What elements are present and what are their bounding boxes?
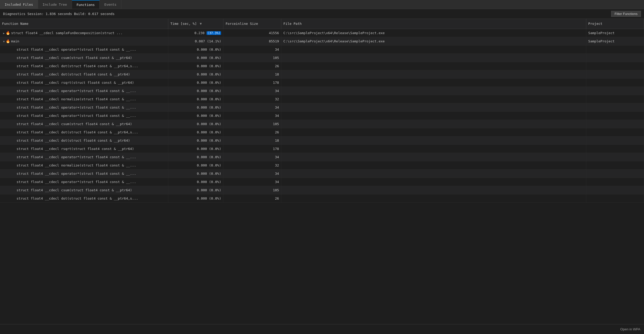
table-row[interactable]: struct float4 __cdecl dot(struct float4 … [0, 136, 644, 145]
table-row[interactable]: struct float4 __cdecl dot(struct float4 … [0, 194, 644, 202]
time-pct: (0.0%) [209, 81, 221, 85]
cell-name: struct float4 __cdecl dot(struct float4 … [0, 128, 168, 136]
cell-project [586, 186, 644, 194]
cell-name: struct float4 __cdecl operator*(struct f… [0, 178, 168, 186]
cell-force: 32 [223, 161, 281, 169]
cell-time: 0.000 (0.0%) [168, 194, 223, 202]
table-row[interactable]: struct float4 __cdecl operator+(struct f… [0, 103, 644, 111]
function-name: struct float4 __cdecl dot(struct float4 … [17, 130, 138, 134]
cell-force: 34 [223, 103, 281, 111]
cell-name: struct float4 __cdecl dot(struct float4 … [0, 62, 168, 70]
table-row[interactable]: struct float4 __cdecl csum(struct float4… [0, 186, 644, 194]
table-row[interactable]: struct float4 __cdecl csum(struct float4… [0, 54, 644, 62]
time-value: 0.087 [195, 39, 207, 43]
cell-force: 85519 [223, 37, 281, 45]
time-pct: (0.0%) [209, 72, 221, 76]
cell-name: struct float4 __cdecl dot(struct float4 … [0, 70, 168, 78]
cell-project [586, 87, 644, 95]
time-value: 0.000 [197, 56, 209, 60]
cell-force: 178 [223, 145, 281, 153]
col-header-time[interactable]: Time [sec, %] ▼ [168, 19, 223, 29]
cell-path [281, 95, 586, 103]
cell-path [281, 145, 586, 153]
cell-time: 0.000 (0.0%) [168, 62, 223, 70]
table-row[interactable]: struct float4 __cdecl dot(struct float4 … [0, 70, 644, 78]
time-pct: (0.0%) [209, 105, 221, 109]
cell-project [586, 136, 644, 145]
cell-time: 0.000 (0.0%) [168, 54, 223, 62]
time-pct: (14.1%) [207, 39, 221, 43]
time-value: 0.000 [197, 163, 209, 167]
table-row[interactable]: struct float4 __cdecl operator*(struct f… [0, 87, 644, 95]
table-row[interactable]: struct float4 __cdecl dot(struct float4 … [0, 62, 644, 70]
cell-force: 34 [223, 45, 281, 54]
cell-time: 0.000 (0.0%) [168, 70, 223, 78]
table-row[interactable]: struct float4 __cdecl operator*(struct f… [0, 111, 644, 120]
cell-name: struct float4 __cdecl operator*(struct f… [0, 169, 168, 178]
table-row[interactable]: struct float4 __cdecl operator*(struct f… [0, 169, 644, 178]
cell-path: C:\src\SampleProject\x64\Release\SampleP… [281, 29, 586, 37]
table-row[interactable]: struct float4 __cdecl normalize(struct f… [0, 95, 644, 103]
cell-name: ▼🔥main [0, 37, 168, 45]
time-value: 0.000 [197, 48, 209, 51]
bottom-bar: Open in WPA [0, 324, 644, 334]
cell-name: struct float4 __cdecl rsqrt(struct float… [0, 145, 168, 153]
fire-icon: 🔥 [6, 39, 10, 43]
cell-force: 105 [223, 54, 281, 62]
table-row[interactable]: struct float4 __cdecl rsqrt(struct float… [0, 78, 644, 87]
table-row[interactable]: struct float4 __cdecl normalize(struct f… [0, 161, 644, 169]
cell-time: 0.000 (0.0%) [168, 95, 223, 103]
cell-name: struct float4 __cdecl operator*(struct f… [0, 111, 168, 120]
cell-project [586, 95, 644, 103]
time-value: 0.000 [197, 188, 209, 192]
time-pct: (0.0%) [209, 56, 221, 60]
tab-include-tree[interactable]: Include Tree [38, 0, 72, 9]
cell-path [281, 186, 586, 194]
cell-project [586, 161, 644, 169]
table-row[interactable]: struct float4 __cdecl operator*(struct f… [0, 45, 644, 54]
expand-icon[interactable]: ▼ [2, 40, 6, 43]
cell-time: 0.000 (0.0%) [168, 128, 223, 136]
filter-functions-button[interactable]: Filter Functions [611, 11, 641, 17]
tab-events[interactable]: Events [100, 0, 121, 9]
function-name: struct float4 __cdecl sampleFunDecomposi… [11, 31, 122, 35]
cell-project [586, 111, 644, 120]
cell-path [281, 161, 586, 169]
time-value: 0.000 [197, 81, 209, 85]
cell-path: C:\src\SampleProject\x64\Release\SampleP… [281, 37, 586, 45]
table-row[interactable]: struct float4 __cdecl operator*(struct f… [0, 178, 644, 186]
table-row[interactable]: struct float4 __cdecl operator*(struct f… [0, 153, 644, 161]
time-value: 0.000 [197, 105, 209, 109]
function-name: struct float4 __cdecl operator*(struct f… [17, 114, 136, 118]
cell-force: 105 [223, 120, 281, 128]
cell-project [586, 45, 644, 54]
open-wpa-button[interactable]: Open in WPA [620, 327, 640, 331]
cell-path [281, 120, 586, 128]
function-name: struct float4 __cdecl rsqrt(struct float… [17, 147, 134, 151]
functions-table: Function Name Time [sec, %] ▼ Forceinlin… [0, 19, 644, 203]
cell-project [586, 194, 644, 202]
function-name: struct float4 __cdecl operator*(struct f… [17, 172, 136, 176]
time-value: 0.000 [197, 97, 209, 101]
time-value: 0.000 [197, 180, 209, 184]
cell-name: struct float4 __cdecl csum(struct float4… [0, 186, 168, 194]
cell-time: 0.000 (0.0%) [168, 178, 223, 186]
table-row[interactable]: struct float4 __cdecl dot(struct float4 … [0, 128, 644, 136]
function-name: main [11, 39, 19, 43]
cell-name: struct float4 __cdecl operator+(struct f… [0, 103, 168, 111]
table-row[interactable]: ▼🔥main0.087 (14.1%)85519C:\src\SamplePro… [0, 37, 644, 45]
status-text: Diagnostics Session: 1.836 seconds Build… [3, 12, 114, 16]
table-row[interactable]: ▶🔥struct float4 __cdecl sampleFunDecompo… [0, 29, 644, 37]
cell-project [586, 178, 644, 186]
table-row[interactable]: struct float4 __cdecl csum(struct float4… [0, 120, 644, 128]
expand-icon[interactable]: ▶ [2, 32, 6, 35]
function-name: struct float4 __cdecl dot(struct float4 … [17, 64, 138, 68]
col-header-name: Function Name [0, 19, 168, 29]
table-row[interactable]: struct float4 __cdecl rsqrt(struct float… [0, 145, 644, 153]
cell-project [586, 120, 644, 128]
tab-included-files[interactable]: Included Files [0, 0, 38, 9]
tab-functions[interactable]: Functions [72, 0, 100, 9]
cell-time: 0.000 (0.0%) [168, 136, 223, 145]
time-pct: (0.0%) [209, 180, 221, 184]
time-pct: (0.0%) [209, 163, 221, 167]
